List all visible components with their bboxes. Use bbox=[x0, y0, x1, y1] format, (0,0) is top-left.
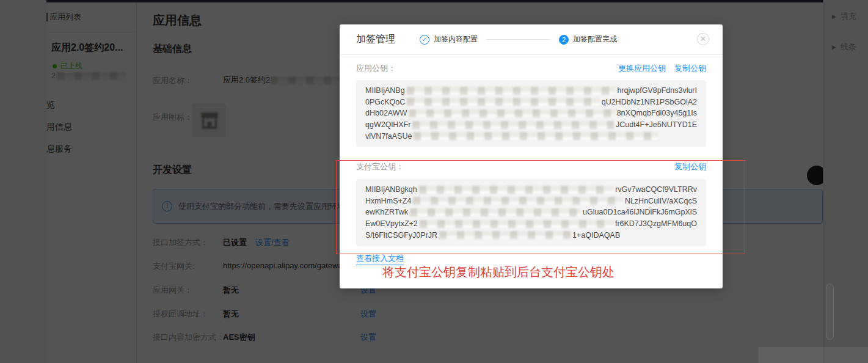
redacted-text bbox=[419, 186, 613, 194]
triangle-right-icon: ▶ bbox=[832, 44, 836, 50]
app-public-key-label: 应用公钥： bbox=[356, 63, 396, 74]
step-indicator: ✓ 加签内容配置 2 加签配置完成 bbox=[420, 34, 617, 45]
redacted-text bbox=[439, 231, 571, 239]
redacted-text bbox=[407, 98, 599, 106]
app-public-key-row: 应用公钥： 更换应用公钥 复制公钥 bbox=[356, 63, 706, 74]
bottom-right-panel bbox=[759, 347, 868, 363]
step1-label: 加签内容配置 bbox=[434, 34, 478, 45]
page-right-edge bbox=[823, 0, 823, 363]
redacted-text bbox=[409, 109, 615, 117]
change-app-key-link[interactable]: 更换应用公钥 bbox=[618, 63, 666, 74]
panel-item-fill[interactable]: ▶ 填充 bbox=[832, 11, 856, 22]
copy-app-key-link[interactable]: 复制公钥 bbox=[674, 63, 706, 74]
step-connector bbox=[486, 39, 550, 40]
dialog-header: 加签管理 ✓ 加签内容配置 2 加签配置完成 bbox=[340, 24, 723, 55]
dialog-title: 加签管理 bbox=[356, 33, 395, 46]
triangle-right-icon: ▶ bbox=[832, 13, 836, 20]
close-icon[interactable]: ✕ bbox=[697, 33, 709, 45]
view-doc-link[interactable]: 查看接入文档 bbox=[356, 253, 404, 265]
redacted-text bbox=[410, 208, 581, 216]
redacted-text bbox=[407, 87, 616, 95]
step1-check-icon: ✓ bbox=[420, 35, 429, 45]
copy-alipay-key-link[interactable]: 复制公钥 bbox=[674, 161, 706, 172]
redacted-text bbox=[412, 121, 614, 129]
step2-number-icon: 2 bbox=[559, 35, 569, 45]
annotation-caption: 将支付宝公钥复制粘贴到后台支付宝公钥处 bbox=[346, 264, 651, 280]
redacted-text bbox=[413, 197, 623, 205]
alipay-public-key-row: 支付宝公钥： 复制公钥 bbox=[356, 161, 706, 172]
panel-item-line[interactable]: ▶ 线条 bbox=[832, 42, 856, 53]
alipay-public-key-box: MIIBIjANBgkqhrvGv7waCQCf9VLTRRv HxmHmS+Z… bbox=[356, 179, 706, 246]
vertical-scrollbar-thumb[interactable] bbox=[826, 284, 834, 340]
alipay-public-key-label: 支付宝公钥： bbox=[356, 161, 404, 172]
redacted-text bbox=[420, 220, 613, 228]
sign-management-dialog: 加签管理 ✓ 加签内容配置 2 加签配置完成 ✕ 应用公钥： 更换应用公钥 复制… bbox=[340, 24, 723, 288]
redacted-text bbox=[414, 132, 658, 140]
app-public-key-box: MIIBIjANBghrqjwpfGV8pFdns3vlurI 0PGcKQoC… bbox=[356, 80, 706, 147]
step2-label: 加签配置完成 bbox=[573, 34, 617, 45]
screenshot-canvas: 应用列表 应用2.0签约20... 已上线 2 览 用信息 息服务 应用信息 基… bbox=[0, 0, 868, 363]
